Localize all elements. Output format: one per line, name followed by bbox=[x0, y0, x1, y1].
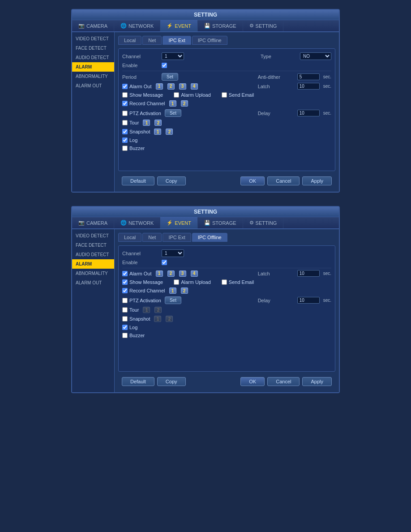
alarm-out-checkbox-2[interactable] bbox=[122, 271, 128, 276]
log-checkbox-1[interactable] bbox=[122, 137, 128, 143]
tour-checkbox-2[interactable] bbox=[122, 307, 128, 313]
sidebar-item-alarm-out-1[interactable]: ALARM OUT bbox=[72, 81, 114, 90]
snapshot-num-2-1[interactable]: 2 bbox=[166, 129, 173, 135]
nav-tab-camera-1[interactable]: 📷 CAMERA bbox=[72, 20, 114, 31]
send-email-checkbox-1[interactable] bbox=[222, 92, 227, 98]
setting-panel-2: SETTING 📷 CAMERA 🌐 NETWORK ⚡ EVENT 💾 STO… bbox=[71, 206, 340, 393]
nav-tab-setting-2[interactable]: ⚙ SETTING bbox=[243, 217, 284, 228]
sidebar-item-audio-detect-2[interactable]: AUDIO DETECT bbox=[72, 250, 114, 259]
tour-checkbox-1[interactable] bbox=[122, 120, 128, 125]
cancel-btn-2[interactable]: Cancel bbox=[267, 377, 300, 386]
alarm-upload-checkbox-2[interactable] bbox=[174, 279, 179, 285]
record-num-1-1[interactable]: 1 bbox=[169, 100, 176, 107]
buzzer-checkbox-1[interactable] bbox=[122, 146, 128, 151]
copy-btn-1[interactable]: Copy bbox=[157, 176, 186, 185]
default-btn-2[interactable]: Default bbox=[122, 377, 154, 386]
left-buttons-1: Default Copy bbox=[122, 176, 186, 185]
tour-num-2-2[interactable]: 2 bbox=[154, 307, 162, 313]
sidebar-item-abnormality-2[interactable]: ABNORMALITY bbox=[72, 269, 114, 278]
alarm-out-num-4-1[interactable]: 4 bbox=[191, 83, 198, 90]
latch-input-1[interactable] bbox=[297, 83, 320, 90]
record-num-1-2[interactable]: 1 bbox=[169, 287, 176, 294]
sub-tab-net-2[interactable]: Net bbox=[142, 233, 162, 242]
alarm-out-num-1-1[interactable]: 1 bbox=[156, 83, 163, 90]
sidebar-item-alarm-out-2[interactable]: ALARM OUT bbox=[72, 278, 114, 287]
nav-tab-event-1[interactable]: ⚡ EVENT bbox=[160, 20, 198, 31]
type-select-1[interactable]: NO bbox=[300, 52, 331, 60]
sidebar-item-video-detect-1[interactable]: VIDEO DETECT bbox=[72, 34, 114, 43]
log-checkbox-2[interactable] bbox=[122, 325, 128, 330]
main-content-1: Local Net IPC Ext IPC Offline Channel 1 bbox=[115, 32, 339, 192]
bottom-buttons-1: Default Copy OK Cancel Apply bbox=[118, 174, 335, 188]
snapshot-checkbox-1[interactable] bbox=[122, 129, 128, 134]
sidebar-item-audio-detect-1[interactable]: AUDIO DETECT bbox=[72, 53, 114, 62]
alarm-out-num-2-1[interactable]: 2 bbox=[167, 83, 175, 90]
alarm-out-num-2-2[interactable]: 2 bbox=[167, 270, 175, 277]
alarm-out-num-1-2[interactable]: 1 bbox=[156, 270, 163, 277]
latch-input-2[interactable] bbox=[297, 270, 320, 277]
copy-btn-2[interactable]: Copy bbox=[157, 377, 186, 386]
enable-checkbox-1[interactable] bbox=[162, 63, 167, 68]
enable-row-2: Enable bbox=[122, 260, 331, 265]
delay-input-2[interactable] bbox=[297, 297, 320, 304]
ok-btn-1[interactable]: OK bbox=[240, 176, 265, 185]
snapshot-num-1-1[interactable]: 1 bbox=[154, 129, 161, 135]
alarm-out-checkbox-1[interactable] bbox=[122, 84, 128, 89]
sidebar-item-alarm-2[interactable]: ALARM bbox=[72, 259, 114, 269]
period-set-btn-1[interactable]: Set bbox=[162, 73, 178, 81]
record-num-2-1[interactable]: 2 bbox=[181, 100, 188, 107]
snapshot-checkbox-2[interactable] bbox=[122, 316, 128, 322]
send-email-checkbox-2[interactable] bbox=[222, 279, 227, 285]
sub-tab-local-1[interactable]: Local bbox=[118, 36, 141, 45]
sidebar-item-video-detect-2[interactable]: VIDEO DETECT bbox=[72, 231, 114, 240]
sub-tab-ipc-offline-2[interactable]: IPC Offline bbox=[192, 233, 227, 242]
tour-num-2-1[interactable]: 2 bbox=[154, 120, 162, 126]
ptz-set-btn-1[interactable]: Set bbox=[165, 109, 181, 117]
cancel-btn-1[interactable]: Cancel bbox=[267, 176, 300, 185]
tour-num-1-2[interactable]: 1 bbox=[143, 307, 150, 313]
sidebar-item-face-detect-2[interactable]: FACE DETECT bbox=[72, 240, 114, 250]
default-btn-1[interactable]: Default bbox=[122, 176, 154, 185]
sidebar-item-face-detect-1[interactable]: FACE DETECT bbox=[72, 43, 114, 53]
nav-tab-setting-1[interactable]: ⚙ SETTING bbox=[243, 20, 284, 31]
nav-tab-storage-1[interactable]: 💾 STORAGE bbox=[198, 20, 243, 31]
channel-select-2[interactable]: 1 bbox=[162, 249, 184, 257]
sub-tab-local-2[interactable]: Local bbox=[118, 233, 141, 242]
snapshot-num-1-2[interactable]: 1 bbox=[154, 316, 161, 322]
nav-tab-camera-2[interactable]: 📷 CAMERA bbox=[72, 217, 114, 228]
nav-tab-event-2[interactable]: ⚡ EVENT bbox=[160, 217, 198, 228]
nav-tab-storage-2[interactable]: 💾 STORAGE bbox=[198, 217, 243, 228]
form-section-2: Channel 1 Enable Alarm Out 1 2 bbox=[118, 245, 335, 372]
alarm-out-num-3-2[interactable]: 3 bbox=[179, 270, 186, 277]
sub-tab-ipc-ext-1[interactable]: IPC Ext bbox=[163, 36, 191, 45]
show-message-checkbox-1[interactable] bbox=[122, 92, 128, 98]
sub-tab-ipc-ext-2[interactable]: IPC Ext bbox=[163, 233, 191, 242]
tour-num-1-1[interactable]: 1 bbox=[143, 120, 150, 126]
record-channel-checkbox-2[interactable] bbox=[122, 288, 128, 293]
sidebar-item-alarm-1[interactable]: ALARM bbox=[72, 62, 114, 72]
show-message-checkbox-2[interactable] bbox=[122, 279, 128, 285]
alarm-out-num-4-2[interactable]: 4 bbox=[191, 270, 198, 277]
ok-btn-2[interactable]: OK bbox=[240, 377, 265, 386]
antidither-input-1[interactable] bbox=[297, 73, 320, 80]
delay-input-1[interactable] bbox=[297, 110, 320, 116]
nav-tab-network-2[interactable]: 🌐 NETWORK bbox=[114, 217, 160, 228]
apply-btn-1[interactable]: Apply bbox=[302, 176, 332, 185]
right-buttons-2: OK Cancel Apply bbox=[240, 377, 332, 386]
enable-checkbox-2[interactable] bbox=[162, 260, 167, 265]
nav-tab-network-1[interactable]: 🌐 NETWORK bbox=[114, 20, 160, 31]
sidebar-item-abnormality-1[interactable]: ABNORMALITY bbox=[72, 72, 114, 81]
sub-tab-ipc-offline-1[interactable]: IPC Offline bbox=[192, 36, 227, 45]
ptz-checkbox-2[interactable] bbox=[122, 298, 128, 303]
record-num-2-2[interactable]: 2 bbox=[181, 287, 188, 294]
record-channel-checkbox-1[interactable] bbox=[122, 101, 128, 106]
apply-btn-2[interactable]: Apply bbox=[302, 377, 332, 386]
buzzer-checkbox-2[interactable] bbox=[122, 333, 128, 338]
ptz-checkbox-1[interactable] bbox=[122, 111, 128, 116]
sub-tab-net-1[interactable]: Net bbox=[142, 36, 162, 45]
snapshot-num-2-2[interactable]: 2 bbox=[166, 316, 173, 322]
alarm-upload-checkbox-1[interactable] bbox=[174, 92, 179, 98]
channel-select-1[interactable]: 1 bbox=[162, 52, 184, 60]
alarm-out-num-3-1[interactable]: 3 bbox=[179, 83, 186, 90]
ptz-set-btn-2[interactable]: Set bbox=[165, 296, 181, 304]
